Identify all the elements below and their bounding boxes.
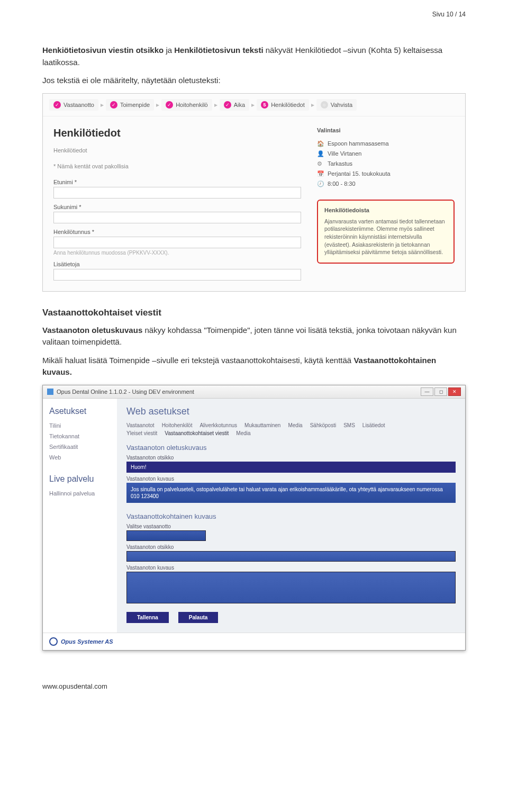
page-footer-url: www.opusdental.com [42, 682, 466, 690]
form-subtitle: Henkilötiedot [53, 147, 301, 154]
label-kuvaus: Vastaanoton kuvaus [126, 476, 456, 482]
label-otsikko2: Vastaanoton otsikko [126, 544, 456, 550]
main-panel: Web asetukset Vastaanotot Hoitohenkilöt … [117, 399, 465, 633]
extra-input[interactable] [53, 269, 301, 281]
page-number: Sivu 10 / 14 [42, 11, 466, 18]
tab-lisatiedot[interactable]: Lisätiedot [362, 422, 385, 428]
tabs-secondary: Yleiset viestit Vastaanottokohtaiset vie… [126, 430, 456, 436]
maximize-button[interactable]: ◻ [434, 387, 447, 396]
sidebar-item-certificates[interactable]: Sertifikaatit [49, 441, 111, 452]
brand-name: Opus Systemer AS [61, 638, 113, 645]
crumb-aika[interactable]: ✓Aika [220, 99, 249, 111]
extra-label: Lisätietoja [53, 261, 301, 267]
clock-icon: 🕗 [317, 181, 323, 187]
info-box-text: Ajanvarausta varten antamasi tiedot tall… [324, 218, 447, 256]
required-note: * Nämä kentät ovat pakollisia [53, 163, 301, 169]
sidebar: Asetukset Tilini Tietokannat Sertifikaat… [43, 399, 117, 633]
admin-footer: Opus Systemer AS [43, 633, 465, 650]
sidebar-item-databases[interactable]: Tietokannat [49, 431, 111, 441]
selection-date: 📅Perjantai 15. toukokuuta [317, 169, 455, 179]
crumb-henkilotiedot[interactable]: 5Henkilötiedot [257, 99, 309, 111]
label-otsikko: Vastaanoton otsikko [126, 455, 456, 461]
chevron-right-icon: ▸ [101, 101, 104, 109]
selection-column: Valintasi 🏠Espoon hammasasema 👤Ville Vir… [317, 127, 455, 281]
tab-hoitohenkilot[interactable]: Hoitohenkilöt [162, 422, 193, 428]
minimize-button[interactable]: — [421, 387, 433, 396]
tab-vastaanottokohtaiset[interactable]: Vastaanottokohtaiset viestit [165, 430, 229, 436]
firstname-label: Etunimi * [53, 179, 301, 185]
window-title-text: Opus Dental Online 1.1.0.2 - Using DEV e… [57, 389, 194, 395]
label-kuvaus2: Vastaanoton kuvaus [126, 565, 456, 571]
field-kuvaus2[interactable] [126, 572, 456, 603]
check-icon: ✓ [53, 101, 61, 109]
breadcrumb: ✓Vastaanotto ▸ ✓Toimenpide ▸ ✓Hoitohenki… [43, 94, 465, 116]
home-icon: 🏠 [317, 140, 323, 147]
form-title: Henkilötiedot [53, 127, 301, 139]
section-paragraph-1: Vastaanoton oletuskuvaus näkyy kohdassa … [42, 324, 466, 348]
selection-heading: Valintasi [317, 127, 455, 133]
tab-yleiset[interactable]: Yleiset viestit [126, 430, 157, 436]
selection-person: 👤Ville Virtanen [317, 149, 455, 159]
calendar-icon: 📅 [317, 170, 323, 177]
selection-operation: ⚙Tarkastus [317, 159, 455, 169]
label-heading-field: Henkiötietosivun viestin otsikko [42, 46, 164, 55]
tab-sahkoposti[interactable]: Sähköposti [310, 422, 336, 428]
section-default-desc: Vastaanoton oletuskuvaus [126, 444, 456, 452]
form-column: Henkilötiedot Henkilötiedot * Nämä kentä… [53, 127, 301, 281]
tab-aliverkkotunnus[interactable]: Aliverkkotunnus [199, 422, 237, 428]
sidebar-item-account[interactable]: Tilini [49, 420, 111, 431]
ssn-hint: Anna henkilötunnus muodossa (PPKKVV-XXXX… [53, 250, 301, 256]
section-location-desc: Vastaanottokohtainen kuvaus [126, 512, 456, 520]
save-button[interactable]: Tallenna [126, 612, 169, 623]
crumb-vahvista[interactable]: ○Vahvista [316, 99, 357, 111]
lastname-input[interactable] [53, 212, 301, 223]
tab-sms[interactable]: SMS [343, 422, 355, 428]
tabs-primary: Vastaanotot Hoitohenkilöt Aliverkkotunnu… [126, 422, 456, 428]
intro-paragraph-1: Henkiötietosivun viestin otsikko ja Henk… [42, 44, 466, 68]
step-number-icon: 5 [261, 101, 268, 109]
sidebar-heading-live: Live palvelu [49, 474, 111, 484]
check-icon: ✓ [224, 101, 231, 109]
field-otsikko2[interactable] [126, 551, 456, 562]
chevron-right-icon: ▸ [311, 101, 314, 109]
selection-time: 🕗8:00 - 8:30 [317, 179, 455, 189]
crumb-vastaanotto[interactable]: ✓Vastaanotto [49, 99, 98, 111]
check-icon: ✓ [166, 101, 173, 109]
ssn-input[interactable] [53, 237, 301, 248]
field-kuvaus-value[interactable]: Jos sinulla on palveluseteli, ostopalvel… [126, 483, 456, 503]
intro-paragraph-2: Jos tekstiä ei ole määritelty, näytetään… [42, 75, 466, 87]
close-button[interactable]: ✕ [448, 387, 461, 396]
info-box-highlight: Henkilötiedoista Ajanvarausta varten ant… [317, 200, 455, 264]
crumb-hoitohenkilo[interactable]: ✓Hoitohenkilö [161, 99, 212, 111]
ssn-label: Henkilötunnus * [53, 229, 301, 235]
person-icon: 👤 [317, 150, 323, 157]
page-title: Web asetukset [126, 406, 456, 417]
sidebar-item-manage[interactable]: Hallinnoi palvelua [49, 488, 111, 499]
selection-location: 🏠Espoon hammasasema [317, 139, 455, 149]
crumb-toimenpide[interactable]: ✓Toimenpide [106, 99, 154, 111]
lastname-label: Sukunimi * [53, 204, 301, 210]
section-heading: Vastaanottokohtaiset viestit [42, 308, 466, 318]
admin-screenshot: Opus Dental Online 1.1.0.2 - Using DEV e… [42, 385, 466, 651]
chevron-right-icon: ▸ [214, 101, 217, 109]
field-otsikko-value[interactable]: Huom! [126, 462, 456, 473]
gear-icon: ⚙ [317, 160, 323, 167]
sidebar-heading-settings: Asetukset [49, 407, 111, 416]
label-text-field: Henkilötietosivun teksti [174, 46, 263, 55]
info-box-title: Henkilötiedoista [324, 207, 447, 213]
app-icon [47, 389, 53, 395]
tab-mukauttaminen[interactable]: Mukauttaminen [244, 422, 280, 428]
tab-vastaanotot[interactable]: Vastaanotot [126, 422, 155, 428]
chevron-right-icon: ▸ [251, 101, 255, 109]
window-titlebar: Opus Dental Online 1.1.0.2 - Using DEV e… [43, 385, 465, 399]
reset-button[interactable]: Palauta [178, 612, 219, 623]
circle-icon: ○ [321, 101, 328, 109]
tab-media2[interactable]: Media [236, 430, 250, 436]
label-valitse: Valitse vastaanotto [126, 524, 456, 529]
check-icon: ✓ [110, 101, 117, 109]
select-vastaanotto[interactable] [126, 530, 206, 541]
firstname-input[interactable] [53, 187, 301, 199]
tab-media[interactable]: Media [288, 422, 302, 428]
sidebar-item-web[interactable]: Web [49, 452, 111, 463]
label-default-desc: Vastaanoton oletuskuvaus [42, 326, 142, 335]
